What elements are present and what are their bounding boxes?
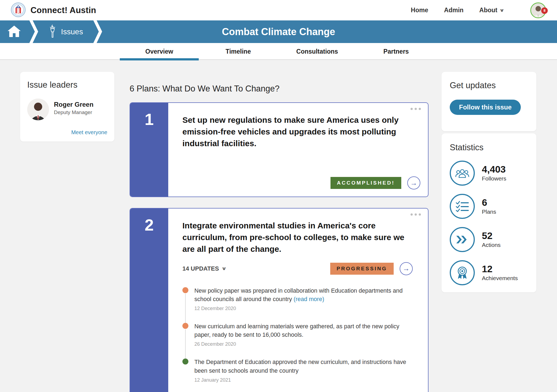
update-date: 12 January 2021: [194, 377, 413, 383]
leader-role: Deputy Manager: [54, 109, 93, 115]
updates-toggle[interactable]: 14 UPDATES ∨: [182, 265, 226, 272]
followers-icon: [450, 161, 475, 186]
home-icon: [7, 25, 21, 39]
arrow-right-icon: →: [410, 179, 417, 187]
stat-achievements-value: 12: [482, 264, 518, 274]
plan-2-text: Integrate environmental studies in Ameri…: [182, 220, 413, 255]
plan-2-number-strip: 2: [130, 209, 168, 392]
updates-list: New policy paper was prepared in collabo…: [182, 287, 413, 383]
plan-1-open-button[interactable]: →: [407, 176, 420, 189]
plan-2-options-menu-icon[interactable]: [411, 213, 421, 216]
update-item: The Department of Education approved the…: [182, 358, 413, 383]
stat-followers-value: 4,403: [482, 164, 506, 174]
plans-heading: 6 Plans: What Do We Want To Change?: [130, 84, 280, 94]
breadcrumb-home-button[interactable]: [0, 25, 28, 39]
plan-1-number-strip: 1: [130, 103, 168, 197]
top-nav: Home Admin About ∨ 8: [411, 2, 546, 18]
follow-issue-button[interactable]: Follow this issue: [450, 100, 521, 115]
issue-leaders-card: Issue leaders Roger Green Deputy Manager…: [20, 72, 114, 142]
notification-badge: 8: [541, 7, 548, 14]
plans-icon: [450, 194, 475, 219]
stat-plans-value: 6: [482, 198, 496, 208]
plan-1-text: Set up new regulations to make sure Amer…: [182, 114, 413, 149]
stat-achievements: 12 Achievements: [450, 260, 528, 285]
actions-icon: [450, 227, 475, 252]
torch-icon: [48, 24, 57, 40]
read-more-link[interactable]: (read more): [294, 296, 324, 302]
tab-overview[interactable]: Overview: [120, 43, 199, 60]
tab-timeline[interactable]: Timeline: [199, 43, 278, 60]
get-updates-card: Get updates Follow this issue: [442, 72, 536, 131]
plan-card-1: 1 Set up new regulations to make sure Am…: [130, 102, 429, 197]
statistics-card: Statistics 4,403 Followers: [442, 133, 536, 292]
stat-actions-label: Actions: [482, 242, 501, 248]
issue-leaders-title: Issue leaders: [27, 80, 107, 90]
statistics-title: Statistics: [450, 143, 528, 152]
stat-plans: 6 Plans: [450, 194, 528, 219]
plan-card-2: 2 Integrate environmental studies in Ame…: [130, 208, 429, 392]
brand-name: Connect! Austin: [30, 5, 96, 15]
get-updates-title: Get updates: [450, 81, 528, 90]
stat-followers-label: Followers: [482, 175, 506, 182]
plan-2-status-badge: PROGRESSING: [330, 263, 394, 275]
stat-actions: 52 Actions: [450, 227, 528, 252]
active-tab-underline: [120, 58, 199, 60]
plan-2-open-button[interactable]: →: [400, 262, 413, 275]
chevron-down-icon: ∨: [221, 266, 227, 271]
update-status-dot: [182, 323, 188, 329]
plan-1-options-menu-icon[interactable]: [411, 108, 421, 110]
plan-1-number: 1: [145, 110, 154, 197]
tab-consultations[interactable]: Consultations: [278, 43, 357, 60]
leader-name: Roger Green: [54, 101, 93, 108]
brand-home-link[interactable]: Connect! Austin: [11, 2, 96, 18]
breadcrumb-issues-label: Issues: [61, 27, 83, 36]
breadcrumb: Issues Combat Climate Change: [0, 20, 557, 43]
arrow-right-icon: →: [403, 264, 410, 273]
stat-actions-value: 52: [482, 231, 501, 241]
tabs-bar: Overview Timeline Consultations Partners: [0, 43, 557, 60]
plan-1-status-badge: ACCOMPLISHED!: [330, 177, 401, 189]
timeline-connector: [185, 294, 186, 323]
chevron-down-icon: ∨: [499, 8, 504, 13]
update-date: 26 December 2020: [194, 341, 413, 347]
breadcrumb-separator-icon: [28, 20, 39, 43]
nav-about[interactable]: About ∨: [479, 7, 504, 14]
nav-admin[interactable]: Admin: [444, 7, 464, 14]
user-avatar[interactable]: 8: [530, 2, 546, 18]
update-item: New policy paper was prepared in collabo…: [182, 287, 413, 311]
meet-everyone-link[interactable]: Meet everyone: [71, 129, 107, 136]
stat-plans-label: Plans: [482, 209, 496, 215]
achievements-icon: [450, 260, 475, 285]
breadcrumb-issues-link[interactable]: Issues: [39, 24, 92, 40]
update-item: New curriculum and learning materials we…: [182, 322, 413, 347]
top-header: Connect! Austin Home Admin About ∨ 8: [0, 0, 557, 20]
tab-partners[interactable]: Partners: [357, 43, 436, 60]
nav-home[interactable]: Home: [411, 7, 428, 14]
plan-2-number: 2: [145, 216, 154, 392]
stat-followers: 4,403 Followers: [450, 161, 528, 186]
city-seal-logo-icon: [11, 2, 26, 18]
stat-achievements-label: Achievements: [482, 275, 518, 281]
timeline-connector: [185, 329, 186, 359]
leader-row[interactable]: Roger Green Deputy Manager: [27, 99, 107, 120]
update-date: 12 December 2020: [194, 306, 413, 311]
update-status-dot: [182, 287, 188, 293]
update-status-dot: [182, 359, 188, 365]
leader-avatar: [27, 99, 49, 120]
breadcrumb-separator-icon: [92, 20, 103, 43]
